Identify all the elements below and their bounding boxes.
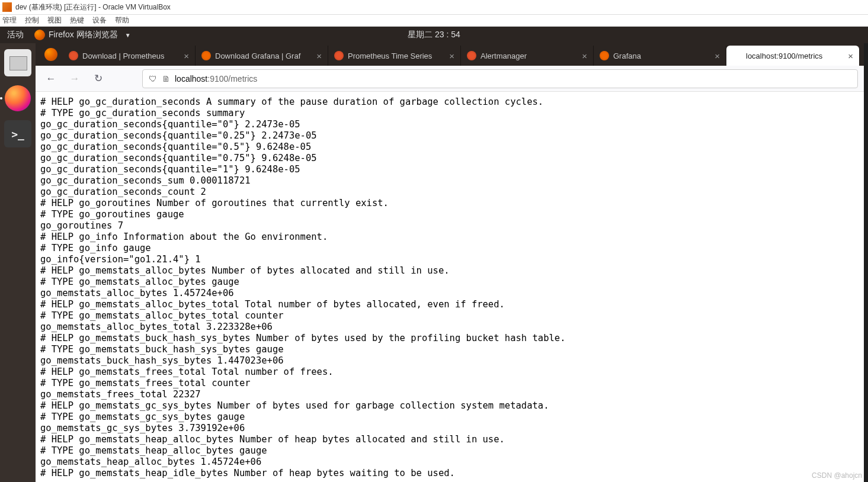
tab-4[interactable]: Grafana×	[594, 46, 726, 66]
firefox-icon	[34, 30, 45, 40]
firefox-icon	[44, 48, 57, 61]
tab-label: localhost:9100/metrics	[746, 52, 844, 60]
vbox-menu-control[interactable]: 控制	[25, 15, 39, 25]
forward-button[interactable]: →	[65, 69, 84, 88]
tab-label: Alertmanager	[481, 52, 578, 60]
url-bar[interactable]: 🛡 🗎 localhost:9100/metrics	[142, 69, 858, 88]
firefox-icon	[5, 85, 31, 111]
prom-favicon-icon	[334, 51, 344, 60]
vbox-titlebar: dev (基准环境) [正在运行] - Oracle VM VirtualBox	[0, 0, 868, 15]
page-content[interactable]: # HELP go_gc_duration_seconds A summary …	[36, 92, 864, 482]
gnome-topbar: 活动 Firefox 网络浏览器 ▼ 星期二 23 : 54	[0, 27, 868, 43]
nav-toolbar: ← → ↻ 🛡 🗎 localhost:9100/metrics	[36, 66, 864, 92]
url-host: localhost	[175, 74, 207, 83]
clock[interactable]: 星期二 23 : 54	[408, 30, 460, 40]
dock-terminal[interactable]	[4, 120, 31, 147]
tab-label: Download Grafana | Graf	[215, 52, 312, 60]
vbox-title: dev (基准环境) [正在运行] - Oracle VM VirtualBox	[15, 2, 171, 12]
vbox-menu-manage[interactable]: 管理	[2, 15, 17, 25]
graf-favicon-icon	[600, 51, 609, 60]
prom-favicon-icon	[467, 51, 476, 60]
close-icon[interactable]: ×	[184, 51, 189, 61]
activities-button[interactable]: 活动	[7, 30, 24, 40]
shield-icon: 🛡	[149, 74, 157, 83]
vbox-menu-devices[interactable]: 设备	[92, 15, 107, 25]
dock-firefox[interactable]	[4, 85, 31, 112]
tab-3[interactable]: Alertmanager×	[461, 46, 594, 66]
firefox-window: Download | Prometheus×Download Grafana |…	[36, 43, 864, 482]
close-icon[interactable]: ×	[316, 51, 322, 61]
reload-button[interactable]: ↻	[89, 69, 108, 88]
prom-favicon-icon	[69, 51, 78, 60]
gnome-desktop: 活动 Firefox 网络浏览器 ▼ 星期二 23 : 54 Download …	[0, 27, 868, 482]
close-icon[interactable]: ×	[848, 51, 853, 61]
tab-2[interactable]: Prometheus Time Series×	[328, 46, 461, 66]
metrics-text: # HELP go_gc_duration_seconds A summary …	[40, 97, 859, 479]
close-icon[interactable]: ×	[582, 51, 587, 61]
active-app-indicator[interactable]: Firefox 网络浏览器 ▼	[34, 30, 131, 40]
vbox-menubar: 管理 控制 视图 热键 设备 帮助	[0, 15, 868, 27]
tab-bar: Download | Prometheus×Download Grafana |…	[36, 43, 864, 66]
vbox-menu-hotkeys[interactable]: 热键	[70, 15, 84, 25]
chevron-down-icon: ▼	[125, 32, 131, 38]
dock	[0, 43, 36, 482]
vbox-menu-view[interactable]: 视图	[47, 15, 62, 25]
tab-label: Grafana	[613, 52, 710, 60]
tab-label: Download | Prometheus	[82, 52, 180, 60]
tab-label: Prometheus Time Series	[348, 52, 445, 60]
watermark: CSDN @ahojcn	[812, 471, 862, 480]
dock-files[interactable]	[4, 49, 31, 76]
close-icon[interactable]: ×	[715, 51, 720, 61]
back-button[interactable]: ←	[41, 69, 60, 88]
url-rest: :9100/metrics	[207, 74, 257, 83]
vbox-menu-help[interactable]: 帮助	[115, 15, 129, 25]
vbox-icon	[2, 2, 12, 12]
firefox-home-button[interactable]	[39, 43, 63, 66]
graf-favicon-icon	[201, 51, 211, 60]
tab-0[interactable]: Download | Prometheus×	[63, 46, 196, 66]
active-app-label: Firefox 网络浏览器	[49, 30, 118, 40]
close-icon[interactable]: ×	[449, 51, 454, 61]
tab-5[interactable]: localhost:9100/metrics×	[726, 46, 859, 66]
tab-1[interactable]: Download Grafana | Graf×	[196, 46, 328, 66]
lock-icon: 🗎	[162, 74, 170, 83]
